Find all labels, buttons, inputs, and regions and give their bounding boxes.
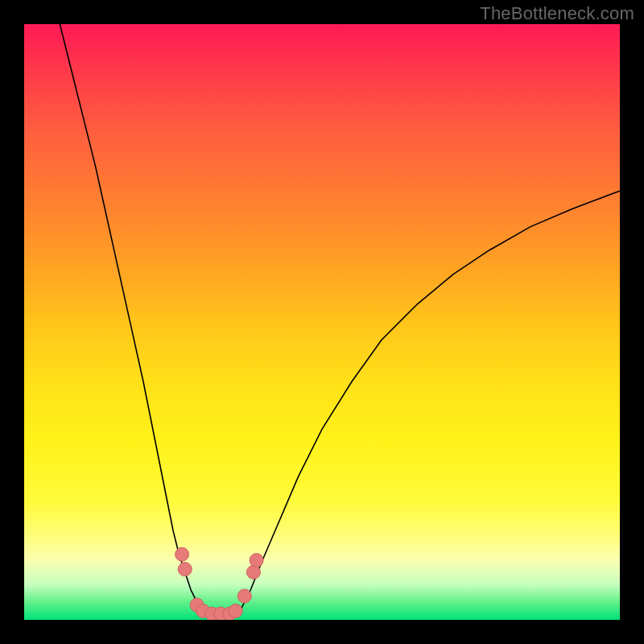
watermark-text: TheBottleneck.com bbox=[480, 3, 634, 24]
chart-frame: TheBottleneck.com bbox=[0, 0, 644, 644]
highlight-dot bbox=[178, 563, 192, 576]
series-right-branch bbox=[238, 191, 620, 613]
highlight-dot bbox=[229, 604, 242, 617]
series-group bbox=[60, 24, 620, 618]
highlight-dot bbox=[237, 589, 251, 603]
series-left-branch bbox=[60, 24, 203, 614]
highlight-dot bbox=[246, 565, 260, 579]
plot-area bbox=[24, 24, 620, 620]
chart-svg bbox=[24, 24, 620, 620]
highlight-dot bbox=[250, 554, 263, 568]
highlight-dot bbox=[175, 547, 189, 561]
